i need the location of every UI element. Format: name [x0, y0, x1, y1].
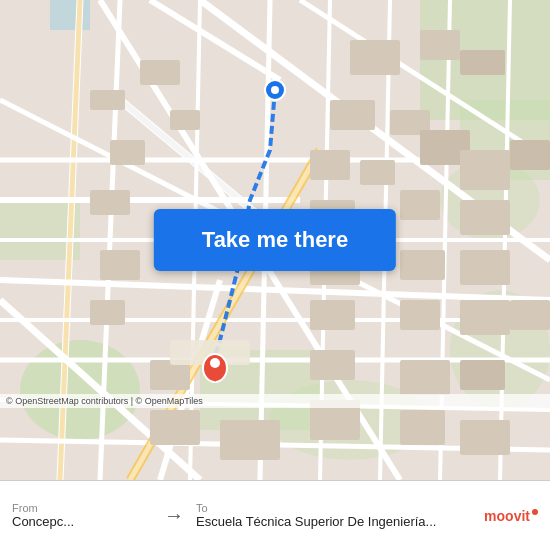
moovit-logo-dot: [532, 509, 538, 515]
cta-button-container[interactable]: Take me there: [154, 209, 396, 271]
svg-rect-48: [310, 150, 350, 180]
svg-rect-42: [460, 50, 505, 75]
svg-rect-9: [50, 0, 90, 30]
destination-info: To Escuela Técnica Superior De Ingenierí…: [196, 502, 476, 529]
svg-point-1: [20, 340, 140, 440]
moovit-logo: moovit: [484, 508, 538, 524]
direction-arrow: →: [160, 504, 188, 527]
svg-rect-39: [90, 90, 125, 110]
to-name: Escuela Técnica Superior De Ingeniería..…: [196, 514, 476, 529]
svg-rect-60: [90, 300, 125, 325]
svg-rect-58: [400, 250, 445, 280]
svg-rect-61: [310, 300, 355, 330]
svg-rect-59: [460, 250, 510, 285]
svg-rect-69: [150, 410, 200, 445]
svg-rect-44: [330, 100, 375, 130]
from-label: From: [12, 502, 152, 514]
svg-rect-51: [510, 140, 550, 170]
svg-rect-54: [400, 190, 440, 220]
svg-rect-73: [460, 420, 510, 455]
bottom-bar: From Concepc... → To Escuela Técnica Sup…: [0, 480, 550, 550]
svg-rect-52: [90, 190, 130, 215]
moovit-logo-text: moovit: [484, 508, 530, 524]
svg-rect-43: [170, 110, 200, 130]
take-me-there-button[interactable]: Take me there: [154, 209, 396, 271]
map-container: Take me there © OpenStreetMap contributo…: [0, 0, 550, 480]
svg-rect-38: [140, 60, 180, 85]
svg-rect-55: [460, 200, 510, 235]
svg-rect-62: [400, 300, 440, 330]
svg-rect-67: [400, 360, 450, 395]
svg-point-78: [210, 358, 220, 368]
to-label: To: [196, 502, 476, 514]
svg-rect-50: [460, 150, 510, 190]
map-attribution: © OpenStreetMap contributors | © OpenMap…: [0, 394, 550, 408]
svg-rect-70: [220, 420, 280, 460]
svg-rect-40: [350, 40, 400, 75]
origin-info: From Concepc...: [12, 502, 152, 529]
svg-rect-49: [360, 160, 395, 185]
svg-rect-68: [460, 360, 505, 390]
svg-rect-66: [310, 350, 355, 380]
svg-rect-63: [460, 300, 510, 335]
svg-rect-41: [420, 30, 460, 60]
svg-rect-47: [110, 140, 145, 165]
svg-rect-72: [400, 410, 445, 445]
svg-rect-56: [100, 250, 140, 280]
from-name: Concepc...: [12, 514, 152, 529]
svg-point-76: [271, 86, 279, 94]
svg-rect-64: [510, 300, 550, 330]
